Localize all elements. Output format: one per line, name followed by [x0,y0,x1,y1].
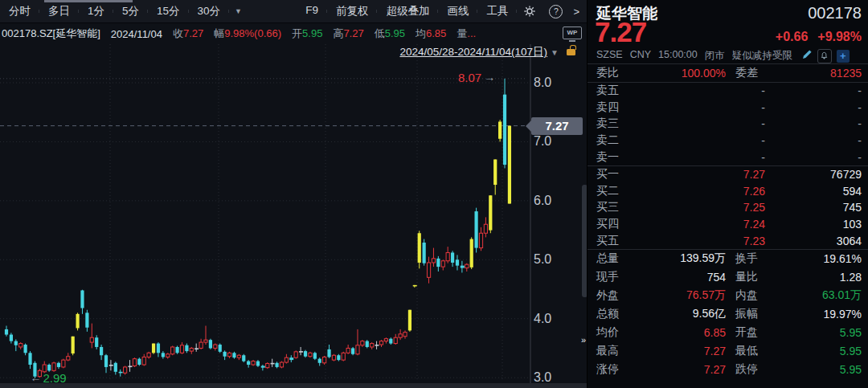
y-axis-tick: 6.0 [534,194,551,208]
alert-bell-icon[interactable] [817,49,832,63]
y-axis-tick: 7.0 [534,134,551,149]
date-range-caret-icon[interactable]: ▼ [551,48,559,57]
stock-code: 002178 [808,4,862,22]
symbol-label: 002178.SZ[延华智能] [2,27,100,41]
tab-period-1[interactable]: 多日 [39,4,79,18]
quote-field-4: 低5.95 [375,27,405,41]
ask-row[interactable]: 卖四-- [588,100,868,116]
toolbar-expand-icon[interactable]: > [569,6,587,18]
period-tabs: 分时多日1分5分15分30分 [0,4,229,18]
change-amount: +0.66 [776,30,808,44]
quote-header: 延华智能 002178 7.27 +0.66 +9.98% [588,0,868,48]
session-date: 2024/11/04 [111,28,162,40]
y-axis-tick: 4.0 [534,312,551,326]
horizontal-scrollbar[interactable] [0,383,587,388]
tab-period-3[interactable]: 5分 [113,4,148,18]
status-token: SZSE [596,49,623,63]
high-price-annotation: 8.07 → [458,71,495,84]
quote-info-bar: 002178.SZ[延华智能] 2024/11/04 收7.27幅9.98%(0… [0,23,588,44]
period-more-caret-icon[interactable]: ▼ [229,7,248,15]
bid-row[interactable]: 买一7.2776729 [588,166,868,183]
stat-row: 现手754量比1.28 [588,268,868,287]
ask-row[interactable]: 卖五-- [588,83,868,100]
stat-row: 最高7.27最低5.95 [588,341,868,360]
bid-row[interactable]: 买四7.24103 [588,216,868,233]
quote-field-5: 均6.85 [416,27,446,41]
add-watchlist-icon[interactable]: + [837,50,850,63]
stock-app-window: 分时多日1分5分15分30分 ▼ F9前复权超级叠加画线工具 ? > 00217… [0,0,868,388]
quote-field-0: 收7.27 [173,27,203,41]
bid-row[interactable]: 买三7.25745 [588,199,868,216]
y-axis-tick: 8.0 [534,76,551,90]
ask-row[interactable]: 卖三-- [588,116,868,133]
status-token: 15:00:00 [658,49,698,63]
bid-book: 买一7.2776729买二7.26594买三7.25745买四7.24103买五… [588,166,868,249]
last-price-tag: 7.27 [531,117,583,135]
bid-row[interactable]: 买二7.26594 [588,183,868,200]
tool-button-1[interactable]: 前复权 [327,4,378,18]
bid-row[interactable]: 买五7.233064 [588,232,868,249]
stat-row: 总额9.56亿振幅19.97% [588,305,868,324]
unlock-icon[interactable] [567,49,575,55]
status-token: 疑似减持受限 [732,49,792,63]
quote-field-6: 量... [457,27,476,41]
quote-field-1: 幅9.98%(0.66) [214,27,281,41]
quote-panel: 延华智能 002178 7.27 +0.66 +9.98% SZSECNY15:… [587,0,868,388]
ask-book: 卖五--卖四--卖三--卖二--卖一-- [588,83,868,165]
status-token: 闭市 [705,49,725,63]
tool-button-3[interactable]: 画线 [438,4,477,18]
tab-period-0[interactable]: 分时 [0,4,39,18]
stat-row: 总量139.59万换手19.61% [588,250,868,268]
settings-gear-icon[interactable] [517,5,542,18]
weibi-row-wrap: 委比100.00%委差81235 [588,64,868,82]
ask-row[interactable]: 卖二-- [588,133,868,149]
stat-row: 涨停7.27跌停5.95 [588,360,868,378]
candlestick-chart[interactable]: 2024/05/28-2024/11/04(107日) ▼ 8.07 → ← 2… [0,44,587,388]
quote-field-2: 开5.95 [292,27,322,41]
market-status-text: SZSECNY15:00:00闭市疑似减持受限 [596,49,792,63]
tool-button-4[interactable]: 工具 [477,4,517,18]
period-toolbar: 分时多日1分5分15分30分 ▼ F9前复权超级叠加画线工具 ? > [0,0,587,23]
wp-monitor-icon[interactable]: WP [563,27,582,42]
tab-period-5[interactable]: 30分 [189,4,230,18]
window-tab-remnant [44,0,133,2]
change-percent: +9.98% [817,30,862,44]
stat-row: 均价6.85开盘5.95 [588,324,868,342]
y-axis-tick: 5.0 [534,252,551,267]
tab-period-2[interactable]: 1分 [79,4,113,18]
help-icon[interactable]: ? [542,5,569,18]
stat-row: 外盘76.57万内盘63.01万 [588,287,868,305]
quote-field-3: 高7.27 [333,27,363,41]
ohlc-values: 收7.27幅9.98%(0.66)开5.95高7.27低5.95均6.85量..… [173,27,486,41]
date-range-selector[interactable]: 2024/05/28-2024/11/04(107日) ▼ [399,45,575,59]
edit-pencil-icon[interactable] [801,49,813,63]
market-status-row: SZSECNY15:00:00闭市疑似减持受限 + [588,48,868,63]
kline-svg [0,44,587,383]
status-token: CNY [630,49,651,63]
last-price: 7.27 [595,16,646,48]
stats-grid: 总量139.59万换手19.61%现手754量比1.28外盘76.57万内盘63… [588,250,868,378]
toolbar-right-group: F9前复权超级叠加画线工具 ? > [297,4,587,18]
tool-button-2[interactable]: 超级叠加 [377,4,438,18]
tab-period-4[interactable]: 15分 [148,4,189,18]
panel-collapse-icon[interactable]: » [581,335,586,345]
tool-button-0[interactable]: F9 [297,4,327,18]
tool-buttons: F9前复权超级叠加画线工具 [297,4,517,18]
weibi-row: 委比100.00%委差81235 [588,64,868,82]
price-change: +0.66 +9.98% [776,30,862,44]
ask-row[interactable]: 卖一-- [588,149,868,165]
